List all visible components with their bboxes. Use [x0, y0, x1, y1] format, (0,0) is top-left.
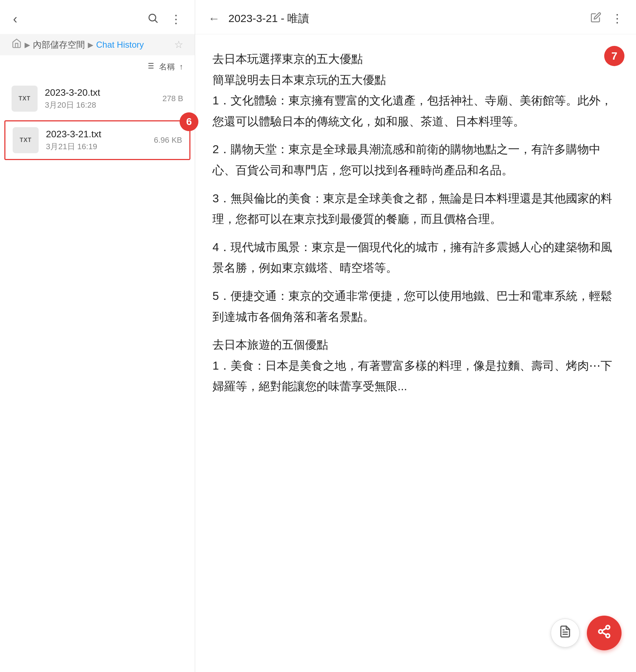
- file-date-1: 3月20日 16:28: [45, 100, 155, 111]
- document-text: 去日本玩選擇東京的五大優點 簡單說明去日本東京玩的五大優點 1．文化體驗：東京擁…: [212, 49, 619, 397]
- paragraph-2: 2．購物天堂：東京是全球最具潮流感和前衛的購物地點之一，有許多購物中心、百貨公司…: [212, 139, 619, 181]
- edit-button[interactable]: [589, 10, 603, 27]
- file-type-badge-1: TXT: [12, 86, 38, 112]
- share-fab[interactable]: [587, 616, 622, 650]
- file-type-badge-2: TXT: [13, 127, 39, 153]
- file-item-1[interactable]: TXT 2023-3-20.txt 3月20日 16:28 278 B: [0, 78, 195, 119]
- share-icon: [597, 624, 611, 642]
- header-icons: ⋮: [146, 11, 183, 28]
- svg-line-13: [602, 632, 606, 635]
- right-more-icon: ⋮: [611, 12, 623, 25]
- file-size-2: 6.96 KB: [154, 135, 182, 145]
- search-icon: [147, 12, 159, 26]
- home-folder-icon: [12, 38, 22, 51]
- sort-icon[interactable]: [145, 61, 155, 73]
- right-back-button[interactable]: ←: [207, 10, 221, 27]
- document-content: 7 去日本玩選擇東京的五大優點 簡單說明去日本東京玩的五大優點 1．文化體驗：東…: [195, 34, 636, 672]
- breadcrumb-current[interactable]: Chat History: [96, 40, 144, 50]
- file-size-1: 278 B: [163, 94, 184, 103]
- doc-icon: [559, 625, 572, 641]
- badge-7: 7: [604, 46, 624, 66]
- sort-direction-icon[interactable]: ↑: [179, 62, 183, 72]
- right-more-button[interactable]: ⋮: [610, 10, 624, 27]
- sort-label[interactable]: 名稱: [159, 61, 175, 72]
- more-icon: ⋮: [170, 12, 182, 26]
- file-date-2: 3月21日 16:19: [46, 141, 147, 152]
- document-options-fab[interactable]: [551, 619, 580, 647]
- breadcrumb: ▶ 內部儲存空間 ▶ Chat History ☆: [0, 34, 195, 55]
- file-name-2: 2023-3-21.txt: [46, 129, 147, 140]
- left-panel: ‹ ⋮ ▶ 內部儲存空間 ▶: [0, 0, 195, 672]
- paragraph-1: 去日本玩選擇東京的五大優點 簡單說明去日本東京玩的五大優點 1．文化體驗：東京擁…: [212, 49, 619, 132]
- svg-line-14: [602, 628, 606, 630]
- more-button[interactable]: ⋮: [169, 11, 183, 27]
- svg-line-1: [155, 20, 157, 22]
- back-button[interactable]: ‹: [12, 10, 19, 28]
- back-icon: ‹: [13, 12, 17, 27]
- svg-point-0: [149, 14, 156, 21]
- star-icon[interactable]: ☆: [174, 39, 183, 51]
- breadcrumb-root[interactable]: 內部儲存空間: [33, 39, 85, 51]
- paragraph-6: 去日本旅遊的五個優點 1．美食：日本是美食之地，有著豐富多樣的料理，像是拉麵、壽…: [212, 335, 619, 397]
- paragraph-5: 5．便捷交通：東京的交通非常便捷，您可以使用地鐵、巴士和電車系統，輕鬆到達城市各…: [212, 286, 619, 327]
- file-info-1: 2023-3-20.txt 3月20日 16:28: [45, 87, 155, 111]
- file-item-2-wrapper: TXT 2023-3-21.txt 3月21日 16:19 6.96 KB 6: [4, 120, 190, 160]
- search-button[interactable]: [146, 11, 160, 28]
- breadcrumb-arrow-2: ▶: [88, 40, 93, 49]
- left-header: ‹ ⋮: [0, 0, 195, 34]
- breadcrumb-arrow-1: ▶: [25, 40, 30, 49]
- file-item-2[interactable]: TXT 2023-3-21.txt 3月21日 16:19 6.96 KB: [4, 120, 190, 160]
- file-list: TXT 2023-3-20.txt 3月20日 16:28 278 B TXT …: [0, 76, 195, 672]
- file-name-1: 2023-3-20.txt: [45, 87, 155, 98]
- right-header-icons: ⋮: [589, 10, 624, 27]
- document-title: 2023-3-21 - 唯讀: [228, 11, 582, 26]
- edit-icon: [590, 12, 601, 25]
- sort-bar: 名稱 ↑: [0, 55, 195, 76]
- fab-container: [551, 616, 622, 650]
- right-back-icon: ←: [208, 12, 220, 25]
- right-header: ← 2023-3-21 - 唯讀 ⋮: [195, 0, 636, 34]
- paragraph-4: 4．現代城市風景：東京是一個現代化的城市，擁有許多震撼人心的建築物和風景名勝，例…: [212, 237, 619, 279]
- file-info-2: 2023-3-21.txt 3月21日 16:19: [46, 129, 147, 152]
- paragraph-3: 3．無與倫比的美食：東京是全球美食之都，無論是日本料理還是其他國家的料理，您都可…: [212, 188, 619, 230]
- right-panel: ← 2023-3-21 - 唯讀 ⋮ 7 去日本玩選擇: [195, 0, 636, 672]
